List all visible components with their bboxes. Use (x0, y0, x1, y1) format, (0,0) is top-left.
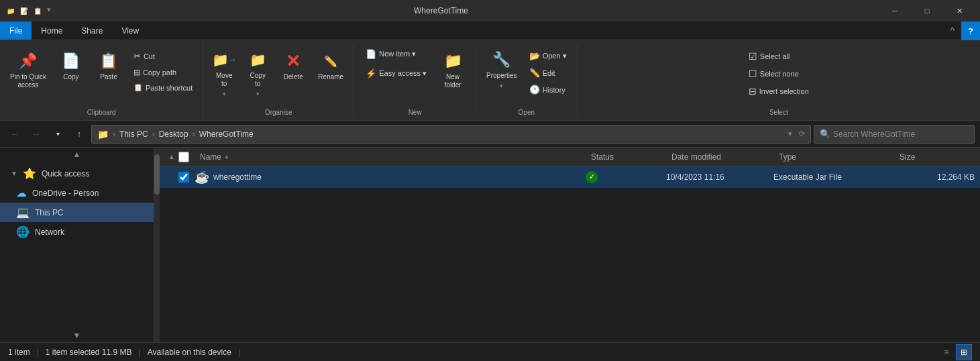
address-part-wheregottime[interactable]: WhereGotTime (199, 130, 254, 139)
copy-button[interactable]: 📄 Copy (54, 46, 89, 86)
new-folder-icon: 📁 (442, 50, 464, 72)
network-icon: 🌐 (16, 225, 30, 238)
pin-to-quick-access-button[interactable]: 📌 Pin to Quickaccess (5, 46, 51, 94)
column-header-name[interactable]: Name ▲ (195, 148, 586, 166)
open-small-buttons: 📂 Open ▾ ✏️ Edit 🕐 History (525, 46, 571, 97)
column-header-type[interactable]: Type (773, 148, 894, 166)
file-size-cell: 12,264 KB (894, 172, 975, 182)
menu-item-share[interactable]: Share (72, 21, 112, 40)
open-button[interactable]: 📂 Open ▾ (525, 48, 571, 64)
menu-item-view[interactable]: View (112, 21, 148, 40)
invert-selection-button[interactable]: ⊟ Invert selection (744, 83, 814, 99)
help-button[interactable]: ? (961, 21, 980, 40)
file-date-cell: 10/4/2023 11:16 (666, 172, 773, 182)
column-header-status[interactable]: Status (586, 148, 666, 166)
edit-button[interactable]: ✏️ Edit (525, 65, 571, 81)
select-group-label: Select (769, 109, 788, 117)
ribbon: 📌 Pin to Quickaccess 📄 Copy 📋 Paste ✂ Cu… (0, 40, 980, 121)
search-placeholder: Search WhereGotTime (833, 130, 915, 139)
sidebar-scrollbar-thumb (154, 154, 160, 195)
select-group-content: ☑ Select all ☐ Select none ⊟ Invert sele… (744, 46, 814, 106)
minimize-button[interactable]: ─ (879, 0, 910, 21)
file-type-cell: Executable Jar File (773, 172, 894, 182)
sidebar-container: ▲ ▼ ⭐ Quick access ☁ OneDrive - Person 💻… (0, 148, 160, 342)
ribbon-collapse-button[interactable]: ^ (943, 21, 961, 40)
copy-path-button[interactable]: ▤ Copy path (129, 65, 197, 79)
sidebar-scroll-up[interactable]: ▲ (0, 148, 154, 161)
up-button[interactable]: ↑ (70, 125, 89, 144)
table-row[interactable]: ☕ wheregottime ✓ 10/4/2023 11:16 Executa… (160, 166, 980, 188)
title-bar-dropdown-indicator[interactable]: ▾ (47, 5, 51, 16)
clipboard-group-label: Clipboard (87, 109, 116, 117)
forward-button[interactable]: → (27, 125, 46, 144)
delete-button[interactable]: ✕ Delete (276, 46, 311, 86)
select-all-button[interactable]: ☑ Select all (744, 48, 814, 64)
sidebar-item-quick-access[interactable]: ▼ ⭐ Quick access (0, 164, 154, 183)
sidebar-item-this-pc[interactable]: 💻 This PC (0, 203, 154, 222)
new-folder-button[interactable]: 📁 Newfolder (435, 46, 470, 94)
menu-item-file[interactable]: File (0, 21, 32, 40)
sidebar-item-network[interactable]: 🌐 Network (0, 222, 154, 242)
address-part-desktop[interactable]: Desktop (159, 130, 188, 139)
column-header-date[interactable]: Date modified (666, 148, 773, 166)
select-all-icon: ☑ (749, 51, 757, 62)
address-bar[interactable]: 📁 › This PC › Desktop › WhereGotTime ▾ ⟳ (91, 125, 811, 144)
cut-button[interactable]: ✂ Cut (129, 48, 197, 64)
history-icon: 🕐 (529, 85, 540, 95)
copy-to-dropdown[interactable]: ▾ (249, 90, 267, 99)
column-status-label: Status (591, 152, 614, 162)
organise-group-content: 📁→ Moveto ▾ 📁 Copyto ▾ ✕ Delete ✏️ Renam… (209, 46, 348, 106)
app-icon-doc: 📝 (19, 5, 30, 16)
properties-button[interactable]: 🔧 Properties (482, 46, 522, 82)
new-group-top: 📄 New item ▾ ⚡ Easy access ▾ (360, 46, 433, 82)
paste-shortcut-button[interactable]: 📋 Paste shortcut (129, 81, 197, 95)
move-to-label: Moveto (216, 72, 232, 88)
file-checkbox-wheregottime[interactable] (178, 172, 189, 183)
easy-access-button[interactable]: ⚡ Easy access ▾ (360, 65, 433, 82)
rename-icon: ✏️ (320, 50, 341, 72)
recent-locations-button[interactable]: ▾ (48, 125, 67, 144)
list-view-button[interactable]: ⊞ (956, 344, 972, 360)
address-refresh-icon[interactable]: ⟳ (799, 130, 805, 138)
search-bar[interactable]: 🔍 Search WhereGotTime (814, 125, 975, 144)
app-icon-clipboard: 📋 (32, 5, 43, 16)
address-dropdown-icon[interactable]: ▾ (788, 130, 792, 138)
sidebar-scrollbar[interactable] (154, 148, 160, 342)
move-to-button[interactable]: 📁→ Moveto (209, 46, 239, 90)
open-group-label: Open (519, 109, 535, 117)
address-part-thispc[interactable]: This PC (119, 130, 148, 139)
maximize-button[interactable]: □ (912, 0, 942, 21)
rename-button[interactable]: ✏️ Rename (313, 46, 348, 86)
new-item-button[interactable]: 📄 New item ▾ (360, 46, 433, 62)
edit-icon: ✏️ (529, 68, 540, 78)
cut-label: Cut (144, 52, 155, 60)
paste-icon: 📋 (98, 50, 119, 72)
details-view-button[interactable]: ≡ (938, 344, 955, 360)
nav-bar: ← → ▾ ↑ 📁 › This PC › Desktop › WhereGot… (0, 121, 980, 148)
select-none-label: Select none (760, 70, 799, 78)
select-all-checkbox[interactable] (178, 152, 189, 162)
properties-dropdown[interactable]: ▾ (492, 82, 510, 91)
file-list-content: ☕ wheregottime ✓ 10/4/2023 11:16 Executa… (160, 166, 980, 342)
sidebar-scroll-area: ▼ ⭐ Quick access ☁ OneDrive - Person 💻 T… (0, 161, 154, 329)
sidebar-scroll-down[interactable]: ▼ (0, 329, 154, 342)
invert-selection-label: Invert selection (759, 87, 809, 95)
file-area-scroll-up[interactable]: ▲ (165, 153, 178, 160)
history-button[interactable]: 🕐 History (525, 82, 571, 97)
onedrive-icon: ☁ (16, 187, 27, 199)
column-header-size[interactable]: Size (894, 148, 975, 166)
sidebar-item-onedrive[interactable]: ☁ OneDrive - Person (0, 183, 154, 203)
properties-split: 🔧 Properties ▾ (482, 46, 522, 91)
menu-item-home[interactable]: Home (32, 21, 72, 40)
file-name-cell: ☕ wheregottime (195, 170, 586, 185)
select-all-label: Select all (760, 52, 790, 60)
history-label: History (543, 86, 565, 94)
copy-to-button[interactable]: 📁 Copyto (242, 46, 273, 90)
paste-button[interactable]: 📋 Paste (91, 46, 126, 86)
close-button[interactable]: ✕ (944, 0, 975, 21)
select-none-button[interactable]: ☐ Select none (744, 66, 814, 82)
move-to-dropdown[interactable]: ▾ (215, 90, 233, 99)
back-button[interactable]: ← (5, 125, 24, 144)
properties-icon: 🔧 (491, 49, 512, 70)
organise-group-label: Organise (265, 109, 292, 117)
